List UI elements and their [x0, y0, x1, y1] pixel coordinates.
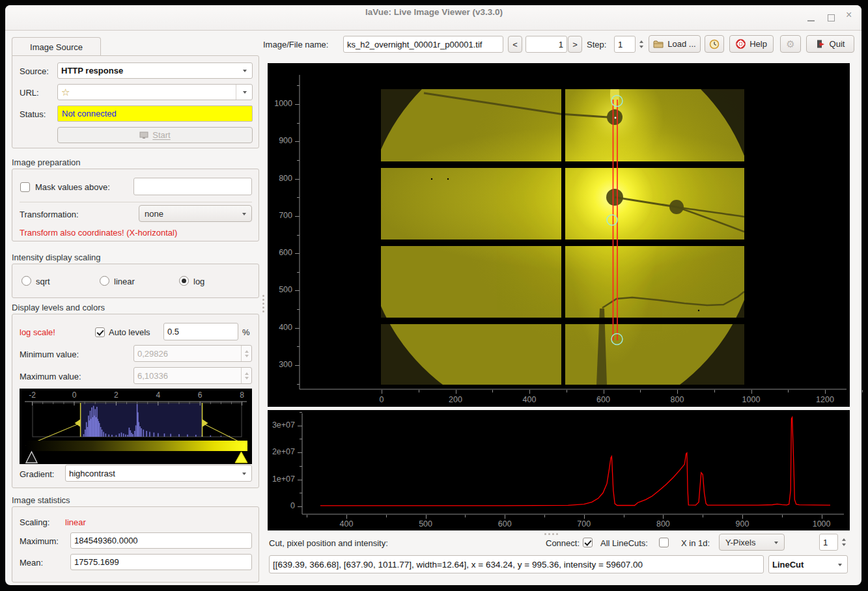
tick-mark: [529, 390, 530, 394]
auto-levels-input[interactable]: 0.5: [163, 323, 238, 340]
svg-text:2: 2: [114, 391, 119, 400]
stat-maximum-field: 184549360.0000: [70, 532, 252, 549]
tick-mark: [703, 515, 703, 517]
radio-linear[interactable]: [100, 276, 109, 286]
tick-mark: [297, 309, 300, 310]
auto-levels-label: Auto levels: [109, 327, 150, 337]
histogram-canvas: -202468: [20, 389, 252, 464]
tick-label: 900: [268, 136, 292, 145]
step-spinner[interactable]: [636, 36, 646, 53]
tool-combobox[interactable]: LineCut: [768, 555, 848, 573]
tick-mark: [862, 390, 863, 392]
tick-mark: [346, 515, 347, 519]
radio-sqrt-label: sqrt: [36, 277, 50, 286]
tick-mark: [297, 123, 300, 124]
linecut-count-spinner[interactable]: [839, 534, 848, 551]
minimize-icon: [807, 20, 815, 21]
clock-icon: [709, 39, 720, 49]
beam-spot: [615, 117, 617, 119]
monitor-icon: [139, 131, 148, 139]
image-statistics-title: Image statistics: [12, 495, 70, 505]
next-image-button[interactable]: >: [568, 36, 582, 53]
radio-sqrt[interactable]: [21, 276, 31, 286]
prev-image-button[interactable]: <: [508, 36, 522, 53]
start-button[interactable]: Start: [57, 127, 253, 143]
mask-checkbox[interactable]: [20, 182, 30, 192]
tick-mark: [297, 197, 300, 198]
tick-mark: [567, 390, 567, 392]
cut-info-field[interactable]: [[639.39, 366.68], [637.90, 1011.77], wi…: [269, 555, 764, 573]
tick-label: 400: [513, 395, 546, 404]
chevron-down-icon: [242, 473, 246, 475]
source-combobox[interactable]: HTTP response: [57, 62, 253, 79]
tick-label: 700: [568, 519, 600, 529]
tick-label: 600: [268, 248, 292, 257]
transformation-label: Transformation:: [20, 210, 79, 219]
connect-label: Connect:: [546, 538, 580, 548]
detector-image-canvas: [268, 63, 850, 407]
load-button[interactable]: Load ...: [649, 35, 701, 53]
x-in-1d-combobox[interactable]: Y-Pixels: [719, 534, 785, 551]
gradient-combobox[interactable]: highcontrast: [65, 465, 252, 482]
stat-maximum-label: Maximum:: [20, 536, 59, 546]
transformation-combobox[interactable]: none: [139, 205, 252, 222]
tick-mark: [640, 390, 641, 392]
tick-label: 900: [726, 519, 759, 529]
separator: [20, 202, 252, 202]
linecut-count-input[interactable]: 1: [819, 534, 838, 551]
mask-value-input[interactable]: [133, 178, 252, 195]
tick-mark: [297, 160, 300, 161]
maximum-spinbox[interactable]: 6,10336: [133, 367, 252, 384]
minimize-button[interactable]: [806, 12, 817, 23]
chevron-down-icon: [774, 542, 778, 544]
step-input[interactable]: 1: [614, 36, 636, 53]
tick-mark: [300, 412, 302, 413]
tick-mark: [822, 515, 822, 519]
all-linecuts-checkbox[interactable]: [659, 538, 669, 547]
plot-splitter-handle[interactable]: [544, 533, 558, 536]
gradient-label: Gradient:: [20, 469, 54, 479]
tick-mark: [295, 365, 300, 366]
tick-label: 1e+07: [268, 474, 295, 484]
tick-mark: [298, 426, 302, 426]
tick-label: 800: [647, 519, 679, 529]
close-button[interactable]: ×: [846, 9, 856, 20]
svg-text:0: 0: [72, 391, 77, 400]
image-2d-plot[interactable]: 0200400600800100012003004005006007008009…: [268, 63, 850, 407]
panel-splitter-handle[interactable]: [262, 295, 265, 312]
tick-label: 1000: [735, 395, 768, 404]
tab-image-source[interactable]: Image Source: [12, 37, 101, 57]
reload-timer-button[interactable]: [705, 35, 724, 53]
tick-mark: [300, 493, 302, 493]
tick-mark: [742, 515, 743, 519]
auto-levels-checkbox[interactable]: [95, 327, 105, 337]
file-name-input[interactable]: ks_h2_overnight_00001r_p00001.tif: [343, 36, 503, 53]
gradient-bar: [26, 441, 247, 451]
spin-up-icon: [842, 538, 846, 541]
help-button[interactable]: Help: [729, 35, 774, 53]
minimum-spinbox[interactable]: 0,29826: [133, 345, 252, 362]
folder-icon: [653, 40, 664, 48]
tick-label: 300: [268, 360, 292, 369]
connect-checkbox[interactable]: [583, 538, 593, 547]
help-lifering-icon: [736, 39, 746, 49]
url-combobox[interactable]: ☆: [57, 84, 253, 100]
spin-down-icon: [639, 46, 643, 48]
stat-mean-field: 17575.1699: [70, 554, 252, 570]
maximize-button[interactable]: [826, 12, 836, 23]
radio-log[interactable]: [179, 276, 189, 286]
quit-button[interactable]: Quit: [806, 35, 854, 53]
levels-histogram-widget[interactable]: -202468: [20, 389, 252, 464]
settings-button[interactable]: ⚙: [780, 35, 801, 53]
spinner-arrows: [241, 346, 251, 361]
tick-label: 200: [440, 395, 472, 404]
linecut-1d-plot[interactable]: 400500600700800900100001e+072e+073e+07: [268, 410, 850, 530]
tick-label: 600: [488, 519, 521, 529]
tick-mark: [825, 390, 826, 394]
tick-mark: [295, 216, 300, 217]
tick-label: 2e+07: [268, 447, 295, 456]
stat-scaling-value: linear: [65, 517, 86, 527]
image-index-input[interactable]: 1: [525, 36, 567, 53]
favorite-star-icon: ☆: [61, 87, 70, 98]
tick-mark: [295, 328, 300, 329]
